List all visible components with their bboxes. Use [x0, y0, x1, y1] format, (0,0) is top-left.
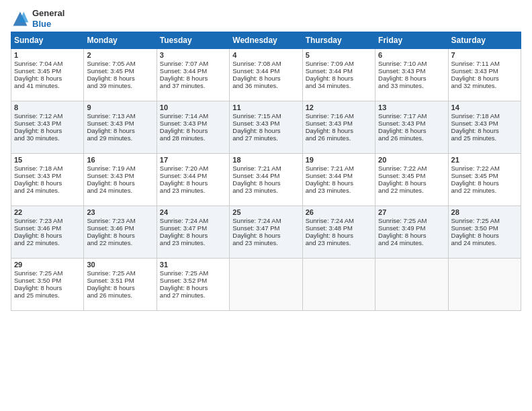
- day-cell: 21Sunrise: 7:22 AMSunset: 3:45 PMDayligh…: [448, 154, 521, 206]
- day-cell: 2Sunrise: 7:05 AMSunset: 3:45 PMDaylight…: [84, 49, 157, 101]
- sunset-label: Sunset: 3:52 PM: [160, 277, 207, 284]
- sunset-label: Sunset: 3:45 PM: [451, 172, 498, 179]
- day-number: 5: [306, 51, 372, 59]
- sunset-label: Sunset: 3:43 PM: [306, 120, 353, 127]
- day-number: 9: [87, 103, 153, 111]
- sunset-label: Sunset: 3:46 PM: [14, 224, 61, 232]
- sunrise-label: Sunrise: 7:18 AM: [451, 112, 500, 120]
- day-number: 11: [232, 103, 299, 111]
- day-cell: 5Sunrise: 7:09 AMSunset: 3:44 PMDaylight…: [302, 49, 375, 101]
- daylight-minutes: and 27 minutes.: [160, 291, 206, 299]
- sunrise-label: Sunrise: 7:24 AM: [160, 217, 208, 224]
- daylight-minutes: and 26 minutes.: [87, 291, 132, 299]
- calendar-body: 1Sunrise: 7:04 AMSunset: 3:45 PMDaylight…: [11, 49, 521, 311]
- sunset-label: Sunset: 3:44 PM: [306, 67, 353, 75]
- sunset-label: Sunset: 3:50 PM: [451, 224, 498, 232]
- daylight-minutes: and 23 minutes.: [232, 239, 278, 246]
- sunrise-label: Sunrise: 7:17 AM: [378, 112, 427, 120]
- daylight-minutes: and 24 minutes.: [14, 187, 60, 194]
- day-number: 8: [14, 103, 81, 111]
- day-number: 28: [451, 208, 518, 216]
- daylight-label: Daylight: 8 hours: [160, 75, 208, 82]
- daylight-label: Daylight: 8 hours: [451, 232, 499, 239]
- daylight-label: Daylight: 8 hours: [87, 232, 134, 239]
- sunrise-label: Sunrise: 7:05 AM: [87, 60, 135, 67]
- header-row: SundayMondayTuesdayWednesdayThursdayFrid…: [11, 32, 521, 49]
- week-row-3: 15Sunrise: 7:18 AMSunset: 3:43 PMDayligh…: [11, 154, 521, 206]
- daylight-label: Daylight: 8 hours: [14, 284, 62, 291]
- daylight-label: Daylight: 8 hours: [378, 75, 426, 82]
- daylight-minutes: and 39 minutes.: [87, 82, 132, 89]
- daylight-label: Daylight: 8 hours: [14, 127, 62, 134]
- day-cell: 20Sunrise: 7:22 AMSunset: 3:45 PMDayligh…: [375, 154, 448, 206]
- sunset-label: Sunset: 3:46 PM: [87, 224, 134, 232]
- sunset-label: Sunset: 3:44 PM: [306, 172, 353, 179]
- day-cell: 16Sunrise: 7:19 AMSunset: 3:43 PMDayligh…: [84, 154, 157, 206]
- daylight-label: Daylight: 8 hours: [451, 127, 499, 134]
- daylight-label: Daylight: 8 hours: [160, 127, 208, 134]
- week-row-1: 1Sunrise: 7:04 AMSunset: 3:45 PMDaylight…: [11, 49, 521, 101]
- daylight-minutes: and 23 minutes.: [232, 187, 278, 194]
- day-number: 27: [378, 208, 445, 216]
- sunrise-label: Sunrise: 7:15 AM: [232, 112, 281, 120]
- daylight-minutes: and 22 minutes.: [87, 239, 132, 246]
- day-number: 3: [160, 51, 226, 59]
- daylight-minutes: and 22 minutes.: [378, 187, 424, 194]
- daylight-minutes: and 33 minutes.: [378, 82, 424, 89]
- day-cell: 11Sunrise: 7:15 AMSunset: 3:43 PMDayligh…: [230, 101, 302, 154]
- daylight-label: Daylight: 8 hours: [306, 127, 353, 134]
- daylight-minutes: and 36 minutes.: [232, 82, 278, 89]
- day-cell: [375, 259, 448, 311]
- daylight-minutes: and 32 minutes.: [451, 82, 497, 89]
- day-cell: 22Sunrise: 7:23 AMSunset: 3:46 PMDayligh…: [11, 206, 84, 259]
- daylight-label: Daylight: 8 hours: [14, 232, 62, 239]
- header-cell-saturday: Saturday: [448, 32, 521, 49]
- daylight-label: Daylight: 8 hours: [87, 75, 134, 82]
- day-number: 10: [160, 103, 226, 111]
- sunset-label: Sunset: 3:43 PM: [87, 120, 134, 127]
- daylight-label: Daylight: 8 hours: [14, 75, 62, 82]
- sunrise-label: Sunrise: 7:25 AM: [451, 217, 500, 224]
- day-number: 7: [451, 51, 518, 59]
- header-cell-tuesday: Tuesday: [157, 32, 229, 49]
- daylight-minutes: and 24 minutes.: [451, 239, 497, 246]
- daylight-minutes: and 22 minutes.: [451, 187, 497, 194]
- day-number: 14: [451, 103, 518, 111]
- sunset-label: Sunset: 3:44 PM: [160, 67, 207, 75]
- daylight-label: Daylight: 8 hours: [232, 232, 280, 239]
- daylight-minutes: and 30 minutes.: [14, 134, 60, 142]
- sunset-label: Sunset: 3:51 PM: [87, 277, 134, 284]
- day-cell: 17Sunrise: 7:20 AMSunset: 3:44 PMDayligh…: [157, 154, 229, 206]
- daylight-label: Daylight: 8 hours: [451, 179, 499, 187]
- day-number: 1: [14, 51, 81, 59]
- daylight-minutes: and 29 minutes.: [87, 134, 132, 142]
- day-cell: 15Sunrise: 7:18 AMSunset: 3:43 PMDayligh…: [11, 154, 84, 206]
- sunrise-label: Sunrise: 7:16 AM: [306, 112, 354, 120]
- day-cell: 19Sunrise: 7:21 AMSunset: 3:44 PMDayligh…: [302, 154, 375, 206]
- sunrise-label: Sunrise: 7:24 AM: [232, 217, 281, 224]
- sunrise-label: Sunrise: 7:25 AM: [378, 217, 427, 224]
- sunrise-label: Sunrise: 7:25 AM: [160, 269, 208, 277]
- sunrise-label: Sunrise: 7:25 AM: [87, 269, 135, 277]
- daylight-label: Daylight: 8 hours: [378, 232, 426, 239]
- sunrise-label: Sunrise: 7:10 AM: [378, 60, 427, 67]
- daylight-label: Daylight: 8 hours: [232, 179, 280, 187]
- sunset-label: Sunset: 3:48 PM: [306, 224, 353, 232]
- day-number: 19: [306, 156, 372, 164]
- daylight-label: Daylight: 8 hours: [306, 232, 353, 239]
- sunset-label: Sunset: 3:47 PM: [160, 224, 207, 232]
- sunrise-label: Sunrise: 7:12 AM: [14, 112, 62, 120]
- daylight-label: Daylight: 8 hours: [378, 127, 426, 134]
- day-cell: 23Sunrise: 7:23 AMSunset: 3:46 PMDayligh…: [84, 206, 157, 259]
- logo-text: General Blue: [32, 8, 64, 29]
- daylight-minutes: and 41 minutes.: [14, 82, 60, 89]
- day-number: 16: [87, 156, 153, 164]
- daylight-label: Daylight: 8 hours: [232, 127, 280, 134]
- day-number: 29: [14, 261, 81, 269]
- day-number: 21: [451, 156, 518, 164]
- sunset-label: Sunset: 3:50 PM: [14, 277, 61, 284]
- sunset-label: Sunset: 3:49 PM: [378, 224, 425, 232]
- sunset-label: Sunset: 3:47 PM: [232, 224, 279, 232]
- daylight-label: Daylight: 8 hours: [451, 75, 499, 82]
- sunrise-label: Sunrise: 7:22 AM: [451, 165, 500, 172]
